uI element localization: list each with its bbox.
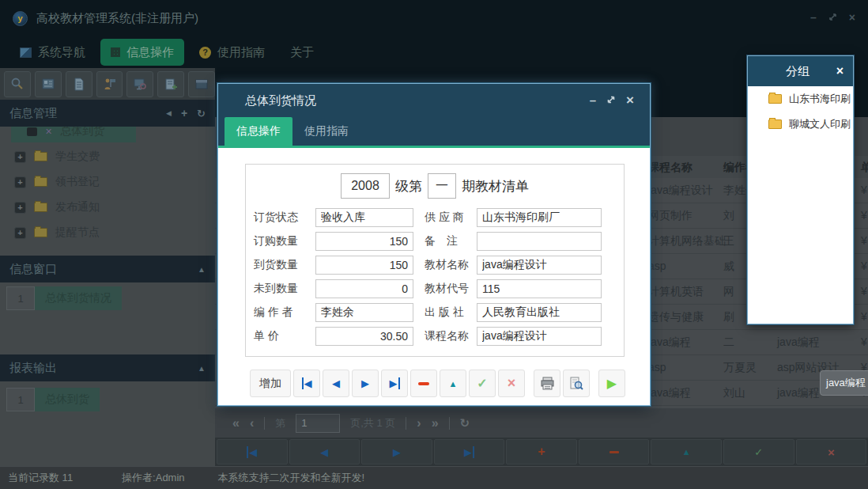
info-window-row[interactable]: 1 总体到货情况 [6,286,122,310]
group-item-liaocheng[interactable]: 聊城文人印刷 [748,112,853,137]
first-page-icon[interactable]: « [232,416,240,430]
close-icon[interactable]: × [849,12,855,23]
dialog-close-icon[interactable]: × [626,95,634,106]
monitor-search-button[interactable] [126,71,153,97]
unit-price-input[interactable] [315,327,413,346]
form-box: 级第 期教材清单 订货状态 供 应 商 订购数量 备 注 到 [245,164,625,357]
collapse-up-icon[interactable]: ▲ [198,265,206,274]
pagination-bar: « ‹ 第 页,共 1 页 › » ↻ [215,408,868,438]
record-add-button[interactable]: + [506,439,577,464]
tab-info-operation[interactable]: 信息操作 [225,117,292,146]
course-name-input[interactable] [477,327,602,346]
expand-plus-icon[interactable]: + [14,151,26,163]
contact-list-button[interactable] [35,71,62,97]
expand-plus-icon[interactable]: + [14,227,26,239]
arrived-qty-input[interactable] [315,256,413,275]
record-edit-button[interactable]: ▲ [651,439,722,464]
record-next-button[interactable]: ▶ [361,439,432,464]
field-label-arrived-qty: 到货数量 [254,258,315,272]
report-row[interactable]: 1 总休到货 [6,388,100,411]
group-item-shandong[interactable]: 山东书海印刷 [748,86,853,112]
group-close-icon[interactable]: × [836,64,843,78]
prev-page-icon[interactable]: ‹ [250,416,254,430]
menu-item-user-guide[interactable]: ? 使用指南 [189,39,275,66]
add-button[interactable]: 增加 [250,370,291,397]
menu-item-system-nav[interactable]: 系统导航 [9,39,96,66]
print-button[interactable] [534,370,560,397]
first-record-button[interactable]: ◀ [293,370,320,397]
book-name-input[interactable] [477,256,602,275]
refresh-icon[interactable]: ↻ [460,416,470,430]
divider [449,417,450,430]
row-label[interactable]: 总休到货 [35,388,100,411]
collapse-left-icon[interactable]: ◀ [166,109,172,117]
record-first-button[interactable]: ◀ [217,439,288,464]
tree-item-publish-notice[interactable]: + 发布通知 [0,195,215,220]
save-record-icon: ✓ [754,446,763,458]
field-label-pending-qty: 未到数量 [254,282,315,296]
window-button[interactable] [188,71,215,97]
document-add-button[interactable] [157,71,184,97]
record-cancel-button[interactable]: × [796,439,867,464]
book-code-input[interactable] [477,279,602,298]
group-panel-header[interactable]: 分组 × [748,56,853,86]
add-icon[interactable]: + [181,107,187,119]
user-flag-button[interactable] [96,71,123,97]
tree-item-reminder-node[interactable]: + 提醒节点 [0,220,215,245]
section-header-info-window: 信息窗口 ▲ [0,256,215,282]
field-label-course-name: 课程名称 [425,329,477,343]
record-save-button[interactable]: ✓ [723,439,794,464]
record-prev-button[interactable]: ◀ [289,439,360,464]
edit-record-button[interactable]: ▲ [440,370,466,397]
last-page-icon[interactable]: » [432,416,439,430]
menu-item-about[interactable]: 关于 [280,39,324,66]
page-number-input[interactable] [296,414,340,433]
column-header[interactable]: 单价 [861,161,868,175]
editor-input[interactable] [315,303,413,322]
restore-icon[interactable] [828,12,837,23]
run-button[interactable]: ▶ [598,370,625,397]
tree-item-overall-arrival[interactable]: ✕ 总体到货 [11,127,136,142]
dialog-minimize-icon[interactable]: – [590,95,596,106]
tree-item-student-payment[interactable]: + 学生交费 [0,144,215,169]
menu-label: 关于 [290,45,314,60]
collapse-up-icon[interactable]: ▲ [198,364,206,373]
supplier-input[interactable] [477,208,602,227]
search-button[interactable] [4,71,31,97]
next-record-button[interactable]: ▶ [352,370,379,397]
term-input[interactable] [428,173,456,199]
dialog-header[interactable]: 总体到货情况 – × [218,84,650,117]
cancel-record-button[interactable]: × [498,370,525,397]
record-last-button[interactable]: ▶ [434,439,505,464]
folder-icon [768,119,782,129]
prev-record-button[interactable]: ◀ [323,370,349,397]
last-record-button[interactable]: ▶ [381,370,408,397]
cell-price: ¥ [861,209,867,222]
order-status-input[interactable] [315,208,413,227]
prev-record-icon: ◀ [332,377,340,389]
grade-year-input[interactable] [341,173,390,199]
expand-plus-icon[interactable]: + [14,176,26,188]
expand-plus-icon[interactable]: + [14,202,26,214]
pending-qty-input[interactable] [315,279,413,298]
order-qty-input[interactable] [315,232,413,251]
field-label-publisher: 出 版 社 [425,305,477,320]
dialog-maximize-icon[interactable] [606,95,616,106]
document-button[interactable] [66,71,92,97]
preview-button[interactable] [563,370,590,397]
minimize-icon[interactable]: – [810,12,817,23]
publisher-input[interactable] [477,303,602,322]
tree-item-book-register[interactable]: + 领书登记 [0,169,215,195]
collapse-box-icon[interactable] [27,127,37,136]
delete-record-button[interactable] [410,370,437,397]
column-header[interactable]: 课程名称 [648,161,693,175]
remark-input[interactable] [477,232,602,251]
preview-magnifier-icon [569,377,583,390]
row-label[interactable]: 总体到货情况 [35,286,122,310]
next-page-icon[interactable]: › [417,416,421,430]
tab-user-guide[interactable]: 使用指南 [292,117,360,146]
save-record-button[interactable]: ✓ [469,370,496,397]
menu-item-info-operation[interactable]: 信息操作 [100,39,184,66]
record-delete-button[interactable] [579,439,650,464]
refresh-icon[interactable]: ↻ [197,108,206,119]
